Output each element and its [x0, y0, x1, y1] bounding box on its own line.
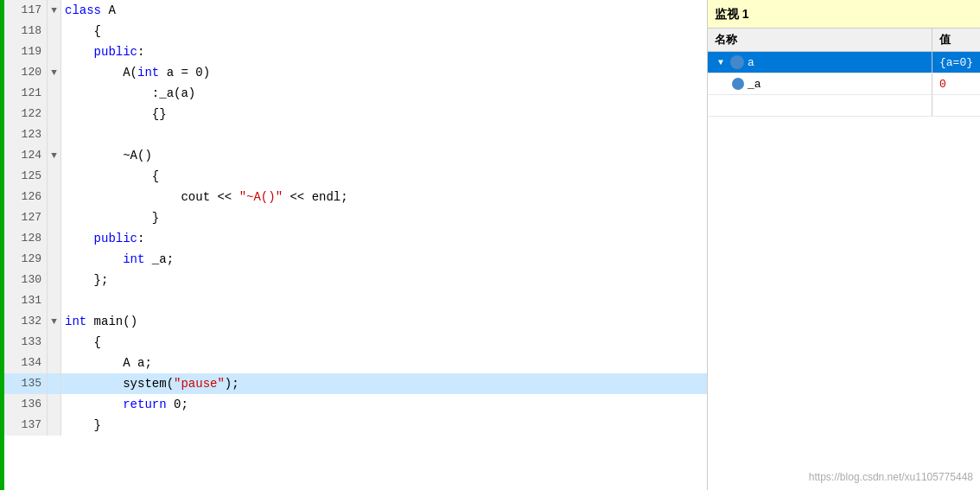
watch-row[interactable]: [708, 95, 980, 117]
watch-row-name: [708, 95, 932, 116]
line-number: 130: [4, 270, 48, 290]
line-content[interactable]: A(int a = 0): [61, 62, 707, 83]
line-number: 124: [4, 145, 48, 166]
fold-indicator[interactable]: ▼: [48, 0, 61, 21]
watch-row-val[interactable]: {a=0}: [932, 52, 980, 73]
token-ident: A(: [123, 66, 137, 80]
line-content[interactable]: int main(): [61, 311, 707, 332]
watch-row-val[interactable]: [932, 95, 980, 116]
fold-indicator: [48, 353, 61, 373]
watch-row-name: _a: [708, 73, 932, 94]
token-ident: 0;: [167, 398, 188, 411]
line-number: 120: [4, 62, 48, 83]
line-content[interactable]: return 0;: [61, 394, 707, 415]
watch-row-name: ▼ a: [708, 52, 932, 73]
token-punct: :: [137, 45, 144, 59]
watch-row[interactable]: _a0: [708, 73, 980, 95]
fold-indicator[interactable]: ▼: [48, 62, 61, 83]
watch-row-val[interactable]: 0: [932, 73, 980, 94]
line-content[interactable]: system("pause");: [61, 373, 707, 394]
line-content[interactable]: {}: [61, 104, 707, 124]
line-content[interactable]: :_a(a): [61, 83, 707, 104]
token-kw: int: [123, 252, 144, 266]
code-line-124: 124▼ ~A(): [4, 145, 707, 166]
token-punct: {: [94, 335, 101, 349]
code-lines-container[interactable]: 117▼class A118 {119 public:120▼ A(int a …: [4, 0, 707, 490]
token-tilde: ~A(): [123, 149, 152, 162]
fold-indicator: [48, 83, 61, 104]
code-line-118: 118 {: [4, 21, 707, 41]
line-content[interactable]: [61, 124, 707, 145]
fold-indicator: [48, 332, 61, 353]
watch-name-text: _a: [748, 78, 761, 91]
fold-indicator: [48, 290, 61, 311]
watch-title: 监视 1: [708, 0, 980, 29]
line-content[interactable]: public:: [61, 41, 707, 62]
token-ident: );: [225, 377, 239, 391]
line-number: 136: [4, 394, 48, 415]
fold-indicator: [48, 249, 61, 270]
line-number: 135: [4, 373, 48, 394]
line-content[interactable]: };: [61, 270, 707, 290]
code-line-120: 120▼ A(int a = 0): [4, 62, 707, 83]
watch-col-name-header: 名称: [708, 29, 932, 51]
watch-area: ▼ a{a=0} _a0 https://blog.csdn.net/xu110…: [708, 52, 980, 490]
token-punct: }: [94, 418, 101, 432]
token-ident: cout <<: [181, 190, 239, 204]
token-ident: _a;: [144, 252, 174, 266]
token-kw: public: [94, 45, 137, 59]
token-ident: :_a(a): [152, 86, 195, 100]
line-content[interactable]: ~A(): [61, 145, 707, 166]
token-kw: public: [94, 232, 137, 245]
line-content[interactable]: int _a;: [61, 249, 707, 270]
token-ident: system(: [123, 377, 174, 391]
line-content[interactable]: {: [61, 21, 707, 41]
line-content[interactable]: {: [61, 166, 707, 187]
line-content[interactable]: A a;: [61, 353, 707, 373]
line-content[interactable]: }: [61, 207, 707, 228]
code-editor: 117▼class A118 {119 public:120▼ A(int a …: [0, 0, 707, 490]
fold-indicator[interactable]: ▼: [48, 145, 61, 166]
line-content[interactable]: public:: [61, 228, 707, 249]
line-number: 137: [4, 415, 48, 436]
token-punct: :: [137, 232, 144, 245]
code-line-136: 136 return 0;: [4, 394, 707, 415]
token-ident: << endl;: [283, 190, 348, 204]
fold-indicator[interactable]: ▼: [48, 311, 61, 332]
fold-indicator: [48, 41, 61, 62]
line-number: 131: [4, 290, 48, 311]
line-number: 118: [4, 21, 48, 41]
expand-icon[interactable]: ▼: [715, 56, 727, 68]
fold-indicator: [48, 394, 61, 415]
line-number: 133: [4, 332, 48, 353]
watch-row[interactable]: ▼ a{a=0}: [708, 52, 980, 73]
code-line-137: 137 }: [4, 415, 707, 436]
line-content[interactable]: class A: [61, 0, 707, 21]
fold-indicator: [48, 21, 61, 41]
fold-indicator: [48, 124, 61, 145]
line-number: 117: [4, 0, 48, 21]
token-punct: {: [152, 169, 159, 183]
line-content[interactable]: [61, 290, 707, 311]
object-icon: [732, 78, 744, 90]
code-line-122: 122 {}: [4, 104, 707, 124]
token-kw: int: [137, 66, 159, 80]
line-content[interactable]: cout << "~A()" << endl;: [61, 187, 707, 207]
fold-indicator: [48, 187, 61, 207]
object-icon: [730, 55, 744, 69]
watch-col-val-header: 值: [932, 29, 980, 51]
line-number: 134: [4, 353, 48, 373]
watch-header: 名称 值: [708, 29, 980, 52]
code-line-131: 131: [4, 290, 707, 311]
code-line-134: 134 A a;: [4, 353, 707, 373]
code-line-135: 135 system("pause");: [4, 373, 707, 394]
code-line-119: 119 public:: [4, 41, 707, 62]
line-number: 128: [4, 228, 48, 249]
line-content[interactable]: }: [61, 415, 707, 436]
token-ident: A a;: [123, 356, 152, 370]
token-ident: main(): [86, 315, 137, 328]
token-punct: {: [94, 24, 101, 38]
token-punct: }: [152, 211, 159, 225]
token-ident: A: [101, 3, 116, 17]
line-content[interactable]: {: [61, 332, 707, 353]
